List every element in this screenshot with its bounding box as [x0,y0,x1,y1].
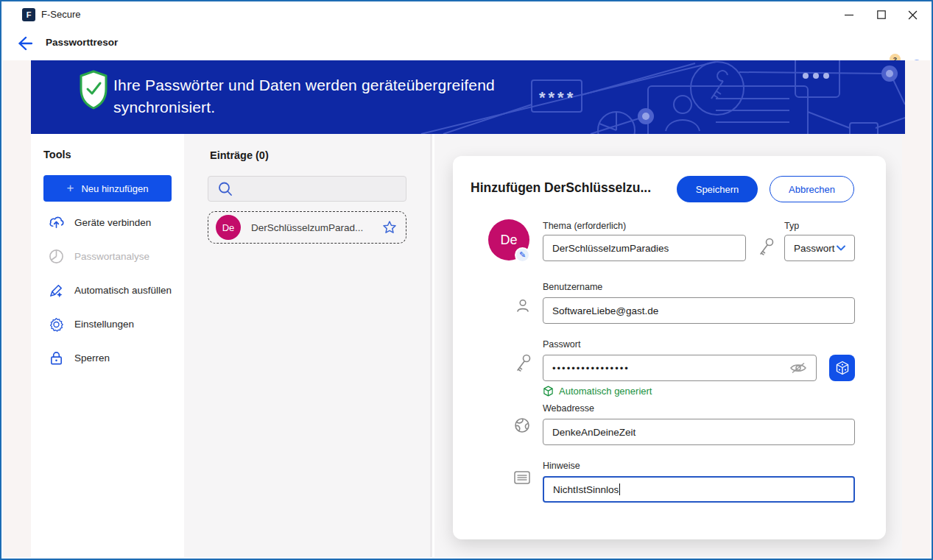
window-title: F-Secure [41,9,80,20]
entry-avatar: De [216,215,241,240]
back-button[interactable] [16,35,32,52]
minimize-icon [845,10,853,19]
thema-value: DerSchlüsselzumParadies [552,243,669,254]
favorite-star-icon[interactable] [382,220,397,235]
add-new-label: Neu hinzufügen [81,183,148,194]
sidebar-item-label: Sperren [74,352,110,364]
hinweise-value: NichtIstSinnlos [553,484,619,495]
analysis-pie-icon [49,249,64,264]
lock-icon [49,350,64,366]
tools-sidebar: Tools + Neu hinzufügen Geräte verbinden … [31,134,184,557]
search-icon [217,181,233,197]
entry-list-item[interactable]: De DerSchlüsselzumParad... [208,211,406,244]
passwort-label: Passwort [543,339,580,350]
benutzername-value: SoftwareLiebe@gast.de [552,305,658,316]
pencil-icon: ✎ [519,250,526,260]
back-arrow-icon [16,35,32,52]
webadresse-value: DenkeAnDeineZeit [552,427,636,438]
autofill-pen-icon [49,283,64,298]
benutzername-input[interactable]: SoftwareLiebe@gast.de [543,297,855,324]
gear-icon [49,316,64,332]
sidebar-item-label: Einstellungen [74,319,134,330]
sidebar-item-geraete-verbinden[interactable]: Geräte verbinden [43,210,183,234]
left-gutter [3,60,31,557]
typ-value: Passwort [794,243,835,254]
sidebar-item-passwortanalyse: Passwortanalyse [43,244,183,268]
entries-search-input[interactable] [208,176,406,202]
shield-check-icon [78,70,109,110]
webadresse-input[interactable]: DenkeAnDeineZeit [543,419,855,445]
passwort-input[interactable]: •••••••••••••••• [543,355,817,381]
sidebar-item-label: Automatisch ausfüllen [74,285,172,296]
avatar-initials: De [500,233,517,248]
entry-label: DerSchlüsselzumParad... [251,222,382,233]
sync-message: Ihre Passwörter und Daten werden geräteü… [113,74,555,118]
thema-input[interactable]: DerSchlüsselzumParadies [543,235,746,261]
minimize-button[interactable] [833,3,865,26]
text-cursor [619,483,620,495]
sidebar-item-sperren[interactable]: Sperren [43,346,183,369]
chevron-down-icon [837,245,845,251]
tools-heading: Tools [43,149,71,160]
sidebar-item-label: Passwortanalyse [74,251,149,262]
hinweise-input[interactable]: NichtIstSinnlos [543,476,855,503]
typ-dropdown[interactable]: Passwort [784,235,855,261]
key-icon [758,237,775,258]
title-bar: F F-Secure [3,3,930,26]
entries-column: Einträge (0) De DerSchlüsselzumParad... [184,134,432,557]
edit-avatar-badge[interactable]: ✎ [515,247,530,263]
passwort-masked-value: •••••••••••••••• [552,363,789,374]
editor-avatar[interactable]: De ✎ [488,219,529,260]
sidebar-item-label: Geräte verbinden [74,217,151,228]
password-key-icon [515,353,532,374]
entries-heading: Einträge (0) [210,149,269,161]
hinweise-label: Hinweise [543,461,580,471]
thema-label: Thema (erforderlich) [543,221,626,231]
plus-icon: + [66,181,74,196]
user-icon [515,297,531,313]
main-area: Hinzufügen DerSchlüsselzu... Speichern A… [434,134,902,557]
close-icon [908,10,918,20]
right-gutter [902,60,930,557]
webadresse-label: Webadresse [543,403,594,414]
sidebar-item-automatisch-ausfuellen[interactable]: Automatisch ausfüllen [43,278,183,302]
fsecure-logo-icon: F [22,8,35,21]
sidebar-item-einstellungen[interactable]: Einstellungen [43,312,183,336]
benutzername-label: Benutzername [543,282,602,292]
generated-dice-icon [543,386,554,397]
generate-password-button[interactable] [829,355,855,381]
add-new-button[interactable]: + Neu hinzufügen [43,175,172,202]
sync-banner: **** Ihre Passwörter und Daten werden ge… [31,60,905,134]
editor-title: Hinzufügen DerSchlüsselzu... [471,180,673,196]
page-title: Passworttresor [46,37,118,48]
cancel-button[interactable]: Abbrechen [770,176,854,202]
eye-off-icon[interactable] [789,361,807,375]
save-button[interactable]: Speichern [677,176,758,202]
notes-icon [514,471,530,484]
globe-icon [514,417,530,433]
maximize-icon [877,10,886,19]
app-header: Passworttresor 2 ? [3,26,930,60]
cloud-upload-icon [49,215,64,230]
dice-icon [835,361,850,375]
auto-generated-note: Automatisch generiert [543,386,652,397]
app-window: F F-Secure Passworttresor [0,0,933,560]
maximize-button[interactable] [865,3,898,26]
editor-card: Hinzufügen DerSchlüsselzu... Speichern A… [453,156,886,539]
typ-label: Typ [784,221,799,231]
close-button[interactable] [896,3,929,26]
auto-generated-text: Automatisch generiert [559,386,652,397]
